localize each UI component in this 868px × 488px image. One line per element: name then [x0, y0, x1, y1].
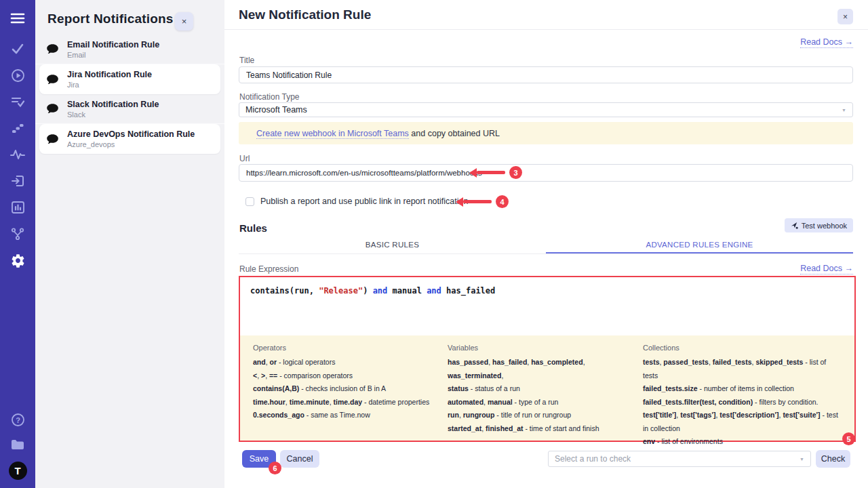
tab-basic-rules[interactable]: BASIC RULES: [239, 238, 546, 253]
dialog-content: Read Docs → Title Notification Type Micr…: [239, 30, 853, 488]
help-entry: time.hour, time.minute, time.day - datet…: [253, 396, 441, 409]
annotation-arrow-3: 3: [469, 166, 522, 179]
rule-expression-editor[interactable]: contains(run, "Release") and manual and …: [240, 277, 854, 336]
help-entry: failed_tests.size - number of items in c…: [643, 382, 840, 396]
app-sidebar: ? T: [0, 0, 35, 488]
arrow-tip: [456, 197, 463, 207]
import-icon[interactable]: [9, 173, 26, 189]
test-webhook-button[interactable]: Test webhook: [785, 218, 853, 232]
chat-bubble-icon: [46, 103, 61, 115]
run-select-placeholder: Select a run to check: [555, 454, 631, 464]
list-item[interactable]: Slack Notification RuleSlack: [35, 94, 224, 124]
chat-bubble-icon: [46, 134, 61, 145]
app-window: ? T Report Notifications Email Notificat…: [0, 0, 868, 488]
help-column-title: Operators: [253, 344, 441, 352]
chevron-down-icon: ▼: [800, 457, 804, 462]
read-docs-link-top[interactable]: Read Docs →: [800, 37, 853, 48]
folder-icon[interactable]: [9, 436, 26, 453]
arrow-tip: [469, 168, 477, 178]
run-select[interactable]: Select a run to check ▼: [548, 451, 811, 467]
tab-advanced-rules-engine[interactable]: ADVANCED RULES ENGINE: [546, 238, 853, 253]
activity-icon[interactable]: [9, 146, 26, 163]
rule-title: Email Notification Rule: [67, 40, 159, 49]
annotation-number-3: 3: [509, 166, 522, 179]
chevron-down-icon: ▼: [842, 108, 846, 113]
check-icon[interactable]: [9, 41, 26, 57]
publish-checkbox-label: Publish a report and use public link in …: [260, 197, 468, 206]
help-entry: 0.seconds_ago - same as Time.now: [253, 409, 441, 422]
annotation-arrow-4: 4: [456, 195, 509, 208]
help-entry: env - list of environments: [643, 435, 840, 449]
rules-annotated-box: contains(run, "Release") and manual and …: [239, 276, 856, 442]
rule-subtitle: Azure_devops: [67, 140, 195, 148]
rule-expression-code: contains(run, "Release") and manual and …: [250, 286, 844, 296]
notification-type-select[interactable]: Microsoft Teams ▼: [239, 102, 853, 117]
notification-type-value: Microsoft Teams: [245, 105, 307, 115]
annotation-number-4: 4: [496, 195, 509, 208]
help-column-collections: Collectionstests, passed_tests, failed_t…: [643, 342, 846, 441]
cancel-button[interactable]: Cancel: [280, 450, 319, 468]
read-docs-link-rules[interactable]: Read Docs →: [800, 264, 853, 274]
help-entry: failed_tests.filter(test, condition) - f…: [643, 396, 840, 409]
title-input[interactable]: [239, 66, 853, 83]
rule-subtitle: Email: [67, 51, 159, 59]
webhook-notice-text: and copy obtained URL: [409, 129, 500, 138]
help-entry: status - status of a run: [448, 382, 636, 396]
rules-heading: Rules: [239, 222, 267, 234]
rule-expression-label: Rule Expression: [239, 264, 298, 274]
notification-list: Email Notification RuleEmailJira Notific…: [35, 35, 224, 154]
webhook-notice: Create new webhook in Microsoft Teams an…: [239, 122, 853, 144]
list-check-icon[interactable]: [9, 94, 26, 110]
chat-bubble-icon: [46, 74, 61, 85]
rule-subtitle: Slack: [67, 110, 159, 119]
rule-title: Slack Notification Rule: [67, 100, 159, 109]
help-entry: contains(A,B) - checks inclusion of B in…: [253, 382, 441, 396]
url-input[interactable]: [239, 164, 853, 182]
help-column-operators: Operatorsand, or - logical operators<, >…: [253, 342, 448, 441]
settings-gear-icon[interactable]: [9, 252, 26, 268]
help-entry: run, rungroup - title of run or rungroup: [448, 409, 636, 422]
url-field-label: Url: [239, 154, 250, 163]
panel-close-button[interactable]: ×: [175, 12, 193, 30]
new-notification-rule-dialog: New Notification Rule × Read Docs → Titl…: [224, 0, 868, 488]
help-column-variables: Variableshas_passed, has_failed, has_com…: [448, 342, 643, 441]
publish-checkbox[interactable]: [245, 197, 254, 206]
rule-subtitle: Jira: [67, 81, 152, 89]
annotation-number-6: 6: [269, 462, 281, 474]
rule-title: Azure DevOps Notification Rule: [67, 129, 195, 139]
create-webhook-link[interactable]: Create new webhook in Microsoft Teams: [256, 129, 409, 139]
chat-bubble-icon: [46, 43, 61, 55]
help-column-title: Variables: [448, 344, 636, 352]
play-circle-icon[interactable]: [9, 67, 26, 83]
help-entry: has_passed, has_failed, has_completed, w…: [448, 356, 636, 382]
dialog-title: New Notification Rule: [239, 7, 371, 22]
rule-title: Jira Notification Rule: [67, 70, 152, 79]
check-button[interactable]: Check: [816, 450, 850, 468]
arrow-shaft: [463, 200, 492, 203]
help-entry: <, >, == - comparison operators: [253, 369, 441, 383]
help-entry: automated, manual - type of a run: [448, 396, 636, 409]
help-entry: test['title'], test['tags'], test['descr…: [643, 409, 840, 435]
svg-text:?: ?: [16, 415, 20, 424]
list-item[interactable]: Jira Notification RuleJira: [39, 64, 220, 94]
user-avatar[interactable]: T: [9, 462, 27, 480]
rules-tabs: BASIC RULESADVANCED RULES ENGINE: [239, 238, 853, 254]
annotation-number-5: 5: [842, 432, 855, 445]
webhook-send-icon: [791, 222, 798, 229]
help-entry: and, or - logical operators: [253, 356, 441, 369]
dialog-close-button[interactable]: ×: [837, 9, 853, 24]
bar-chart-icon[interactable]: [9, 199, 26, 216]
dialog-header: New Notification Rule ×: [224, 0, 868, 30]
expression-help: Operatorsand, or - logical operators<, >…: [240, 336, 854, 441]
title-field-label: Title: [239, 56, 254, 65]
menu-icon[interactable]: [9, 10, 26, 26]
list-item[interactable]: Azure DevOps Notification RuleAzure_devo…: [39, 124, 220, 154]
steps-icon[interactable]: [9, 120, 26, 136]
list-item[interactable]: Email Notification RuleEmail: [35, 35, 224, 64]
help-column-title: Collections: [643, 344, 840, 352]
help-icon[interactable]: ?: [9, 411, 26, 428]
help-entry: started_at, finished_at - time of start …: [448, 422, 636, 436]
branch-icon[interactable]: [9, 226, 26, 242]
report-notifications-panel: Report Notifications Email Notification …: [35, 0, 224, 488]
help-entry: tests, passed_tests, failed_tests, skipp…: [643, 356, 840, 382]
